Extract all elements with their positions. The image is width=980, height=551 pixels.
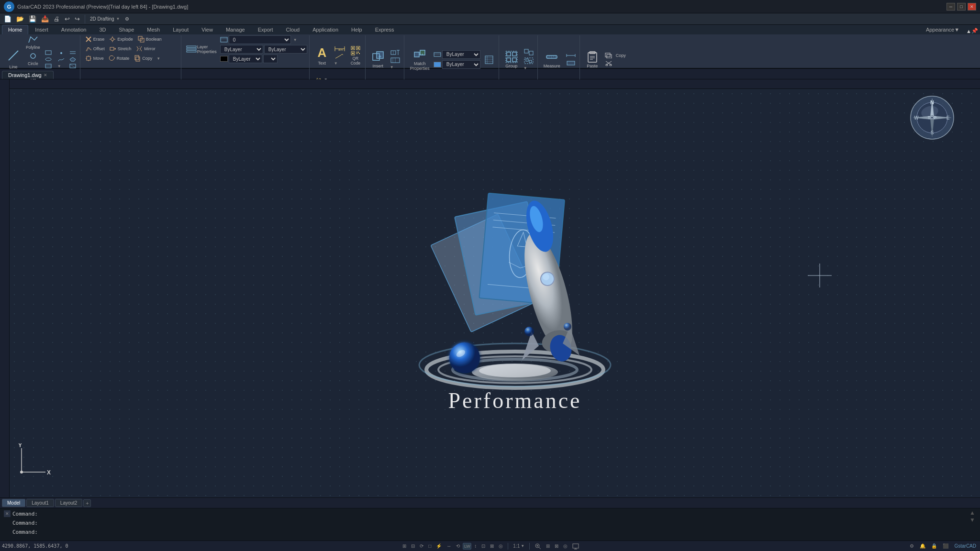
tab-3d[interactable]: 3D — [93, 25, 112, 34]
color-dropdown[interactable]: ByLayer — [220, 45, 263, 54]
status-tpmode[interactable]: ↕ — [472, 543, 479, 549]
measure-button[interactable]: Measure — [541, 35, 563, 83]
circle-button[interactable]: Circle — [24, 52, 42, 67]
doc-tab-close-icon[interactable]: ✕ — [44, 73, 47, 77]
ellipse-button[interactable] — [43, 56, 55, 62]
tab-cloud[interactable]: Cloud — [280, 25, 306, 34]
leader-button[interactable] — [333, 53, 347, 60]
block-more-button[interactable]: ▼ — [389, 65, 402, 70]
block-editor-button[interactable] — [389, 57, 402, 64]
group-edit-button[interactable] — [522, 57, 535, 65]
properties-layer-dropdown[interactable]: ByLayer — [442, 50, 480, 59]
hatch-button[interactable] — [43, 63, 55, 69]
layout-tab-layout1[interactable]: Layout1 — [26, 499, 54, 507]
boolean-button[interactable]: Boolean — [136, 35, 164, 43]
tab-mesh[interactable]: Mesh — [141, 25, 166, 34]
point-button[interactable] — [56, 50, 67, 56]
color-swatch[interactable] — [220, 56, 228, 62]
erase-button[interactable]: Erase — [83, 35, 107, 43]
close-button[interactable]: ✕ — [968, 3, 976, 11]
lock-button[interactable]: 🔒 — [929, 543, 939, 549]
tab-help[interactable]: Help — [345, 25, 368, 34]
groups-more-button[interactable]: ▼ — [522, 66, 535, 71]
canvas-area[interactable]: N S E W TOP — [0, 79, 980, 497]
tab-manage[interactable]: Manage — [220, 25, 251, 34]
tab-application[interactable]: Application — [306, 25, 345, 34]
quick-access-print[interactable]: 🖨 — [52, 15, 62, 23]
status-osnap[interactable]: □ — [426, 543, 433, 549]
layout-tab-layout2[interactable]: Layout2 — [55, 499, 83, 507]
layout-tab-add-button[interactable]: + — [83, 499, 91, 507]
tab-appearance[interactable]: Appearance▼ — [920, 25, 966, 34]
draw-more-button[interactable]: ▼ — [56, 64, 67, 69]
quick-access-saveas[interactable]: 📥 — [39, 15, 51, 23]
command-close-button[interactable]: ✕ — [4, 510, 11, 517]
lineweight-dropdown[interactable]: ByLayer — [229, 55, 262, 63]
qrcode-button[interactable]: QRCode — [348, 45, 363, 66]
status-snap-ortho[interactable]: ⊟ — [409, 543, 417, 549]
move-button[interactable]: Move — [83, 55, 106, 62]
status-dyn[interactable]: ⟲ — [454, 543, 462, 549]
spline-button[interactable] — [56, 57, 67, 63]
command-scroll-up[interactable]: ▲ — [969, 509, 976, 516]
layer-properties-button[interactable]: Layer Properties — [184, 44, 219, 55]
maximize-button[interactable]: □ — [957, 3, 966, 11]
command-scroll-down[interactable]: ▼ — [969, 517, 976, 523]
status-isolate[interactable]: ⊠ — [553, 543, 560, 549]
status-sc[interactable]: ⊠ — [488, 543, 496, 549]
workspace-settings[interactable]: ⚙ — [123, 16, 131, 22]
paste-button[interactable]: Paste — [583, 35, 602, 83]
status-more-tools[interactable]: ⊞ — [544, 543, 552, 549]
annotation-more[interactable]: ▼ — [333, 61, 339, 66]
tab-export[interactable]: Export — [252, 25, 279, 34]
settings-button[interactable]: ⚙ — [908, 543, 916, 549]
explode-button[interactable]: Explode — [107, 35, 135, 43]
status-viewport[interactable]: ◎ — [561, 543, 569, 549]
distance-button[interactable] — [564, 52, 578, 59]
doc-tab-drawing1[interactable]: Drawing1.dwg ✕ — [2, 71, 54, 79]
layout-tab-model[interactable]: Model — [2, 499, 25, 507]
status-lweight[interactable]: LW — [463, 543, 471, 550]
status-zoom-in[interactable] — [533, 543, 543, 550]
quick-access-open[interactable]: 📂 — [14, 15, 26, 23]
properties-panel-button[interactable] — [481, 55, 497, 65]
wipeout-button[interactable] — [67, 63, 78, 69]
status-polar[interactable]: ⟳ — [418, 543, 425, 549]
workspace-selector[interactable]: 2D Drafting ▼ — [88, 16, 122, 22]
quick-access-redo[interactable]: ↪ — [73, 15, 82, 23]
command-input-field[interactable] — [40, 529, 967, 535]
offset-button[interactable]: Offset — [83, 45, 107, 53]
status-scale-dropdown[interactable]: 1:1 ▼ — [511, 543, 526, 549]
cut-button[interactable] — [603, 60, 628, 66]
linetype-dropdown[interactable]: ByLayer — [264, 45, 307, 54]
layer-more-button[interactable]: ▼ — [292, 37, 299, 43]
group-button[interactable]: Group — [502, 35, 521, 83]
status-snap-grid[interactable]: ⊞ — [401, 543, 408, 549]
ribbon-pin-button[interactable]: 📌 — [971, 28, 978, 34]
transparency-dropdown[interactable]: 0 — [263, 55, 278, 63]
dimension-button[interactable]: dim — [333, 45, 347, 52]
tab-home[interactable]: Home — [2, 25, 28, 34]
tab-view[interactable]: View — [195, 25, 219, 34]
tab-shape[interactable]: Shape — [113, 25, 141, 34]
stretch-button[interactable]: Stretch — [108, 45, 134, 53]
text-button[interactable]: A Text — [312, 35, 332, 76]
copy-clipboard-button[interactable]: Copy — [603, 52, 628, 59]
rectangle-button[interactable] — [43, 50, 55, 55]
quick-access-save[interactable]: 💾 — [27, 15, 38, 23]
quick-access-new[interactable]: 📄 — [2, 15, 13, 23]
minimize-button[interactable]: ─ — [947, 3, 955, 11]
status-qp[interactable]: ⊡ — [479, 543, 487, 549]
tab-express[interactable]: Express — [369, 25, 401, 34]
status-otrack[interactable]: ⚡ — [434, 543, 444, 549]
area-button[interactable] — [564, 60, 578, 66]
mirror-button[interactable]: Mirror — [134, 45, 157, 53]
view-toggle[interactable]: ⬛ — [941, 543, 950, 549]
status-annotation-monitor[interactable] — [570, 543, 581, 550]
region-button[interactable] — [67, 56, 78, 62]
rotate-button[interactable]: Rotate — [107, 55, 132, 62]
create-block-button[interactable] — [389, 49, 402, 56]
properties-color-swatch[interactable] — [434, 62, 441, 67]
tab-insert[interactable]: Insert — [29, 25, 55, 34]
copy-button[interactable]: Copy — [132, 55, 154, 62]
